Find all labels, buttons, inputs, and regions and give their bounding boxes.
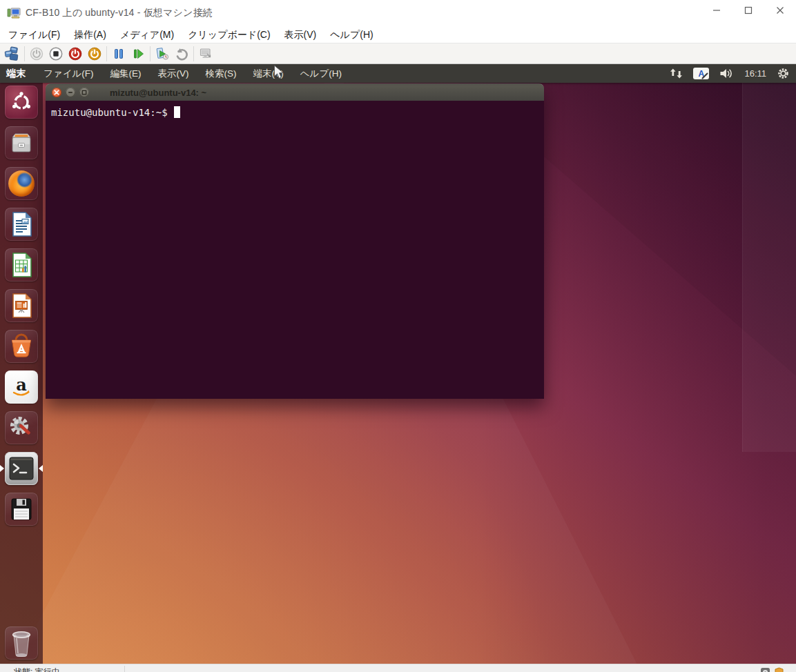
guest-menu-help[interactable]: ヘルプ(H) xyxy=(300,68,342,80)
network-indicator-icon[interactable] xyxy=(670,68,683,79)
launcher-item-firefox[interactable] xyxy=(5,167,38,200)
enhanced-session-button[interactable] xyxy=(196,45,215,63)
terminal-body[interactable]: mizutu@ubuntu-v14:~$ xyxy=(46,101,544,399)
start-vm-icon xyxy=(30,47,43,61)
clock[interactable]: 16:11 xyxy=(744,68,766,79)
guest-menu-file[interactable]: ファイル(F) xyxy=(43,68,94,80)
terminal-cursor xyxy=(174,106,180,118)
statusbar-icons xyxy=(760,667,784,672)
turn-off-vm-icon xyxy=(49,47,63,61)
maximize-button[interactable] xyxy=(732,0,764,21)
terminal-close-button[interactable] xyxy=(52,88,61,97)
checkpoint-button[interactable] xyxy=(153,45,172,63)
host-titlebar: CF-B10 上の ubunty-v14 - 仮想マシン接続 xyxy=(0,0,796,26)
host-menu-clipboard[interactable]: クリップボード(C) xyxy=(181,26,277,43)
resume-vm-button[interactable] xyxy=(128,45,148,63)
launcher-item-libreoffice-writer[interactable] xyxy=(5,208,38,241)
window-minimize-icon xyxy=(68,90,73,95)
unity-launcher: a xyxy=(0,83,43,664)
launcher-items: a xyxy=(0,83,43,526)
guest-menu-search[interactable]: 検索(S) xyxy=(206,68,237,80)
ubuntu-logo-icon xyxy=(10,90,33,114)
libreoffice-calc-icon xyxy=(8,251,35,279)
launcher-item-software-center[interactable] xyxy=(5,330,38,363)
pause-vm-button[interactable] xyxy=(109,45,128,63)
volume-indicator-icon[interactable] xyxy=(719,68,734,79)
vm-display[interactable]: 端末 ファイル(F) 編集(E) 表示(V) 検索(S) 端末(T) ヘルプ(H… xyxy=(0,64,796,664)
window-close-icon xyxy=(54,90,59,95)
launcher-item-floppy-disk[interactable] xyxy=(5,493,38,526)
running-app-arrow-icon xyxy=(39,465,43,472)
host-menu-view[interactable]: 表示(V) xyxy=(278,26,324,43)
minimize-icon xyxy=(712,6,721,14)
terminal-prompt-line: mizutu@ubuntu-v14:~$ xyxy=(51,106,544,118)
host-menu-file[interactable]: ファイル(F) xyxy=(1,26,67,43)
launcher-item-trash[interactable] xyxy=(5,626,38,660)
input-method-indicator[interactable]: A xyxy=(693,68,709,79)
guest-active-app-name: 端末 xyxy=(6,68,26,80)
close-button[interactable] xyxy=(764,0,796,21)
launcher-item-terminal[interactable] xyxy=(5,452,38,485)
terminal-maximize-button[interactable] xyxy=(79,88,89,97)
focused-app-arrow-icon xyxy=(0,465,4,472)
host-menu-media[interactable]: メディア(M) xyxy=(113,26,181,43)
host-menu-action[interactable]: 操作(A) xyxy=(67,26,113,43)
guest-global-menu: ファイル(F) 編集(E) 表示(V) 検索(S) 端末(T) ヘルプ(H) xyxy=(43,68,342,80)
launcher-item-amazon[interactable]: a xyxy=(5,370,38,404)
toolbar-separator xyxy=(193,46,194,61)
firefox-icon xyxy=(8,170,35,197)
amazon-icon: a xyxy=(8,374,35,400)
vm-status-text: 状態: 実行中 xyxy=(14,664,60,672)
toolbar-separator xyxy=(150,46,151,61)
launcher-item-system-settings[interactable] xyxy=(5,411,38,444)
mouse-cursor-icon xyxy=(273,65,284,80)
save-vm-icon xyxy=(88,47,101,61)
host-window-controls xyxy=(701,0,796,21)
pause-vm-icon xyxy=(112,47,126,61)
hyperv-app-icon xyxy=(7,7,21,19)
launcher-item-dash-home[interactable] xyxy=(5,86,38,119)
session-gear-icon[interactable] xyxy=(777,67,790,80)
host-toolbar xyxy=(0,43,796,64)
terminal-window-title: mizutu@ubuntu-v14: ~ xyxy=(110,88,206,98)
toolbar-separator xyxy=(24,46,25,61)
software-center-icon xyxy=(8,333,35,359)
guest-top-panel: 端末 ファイル(F) 編集(E) 表示(V) 検索(S) 端末(T) ヘルプ(H… xyxy=(0,64,796,83)
shut-down-vm-button[interactable] xyxy=(66,45,85,63)
terminal-prompt: mizutu@ubuntu-v14:~$ xyxy=(51,107,168,118)
statusbar-separator xyxy=(124,666,125,672)
revert-button[interactable] xyxy=(172,45,191,63)
close-icon xyxy=(776,6,784,14)
host-window-title: CF-B10 上の ubunty-v14 - 仮想マシン接続 xyxy=(26,7,213,19)
save-vm-button[interactable] xyxy=(85,45,104,63)
host-statusbar: 状態: 実行中 xyxy=(0,664,796,672)
wallpaper-facet xyxy=(742,64,796,452)
launcher-item-files[interactable] xyxy=(5,126,38,159)
minimize-button[interactable] xyxy=(701,0,732,21)
checkpoint-icon xyxy=(155,47,170,61)
shut-down-vm-icon xyxy=(68,47,82,61)
resume-vm-icon xyxy=(131,47,145,61)
start-vm-button[interactable] xyxy=(27,45,46,63)
guest-menu-view[interactable]: 表示(V) xyxy=(158,68,189,80)
libreoffice-impress-icon xyxy=(8,292,35,319)
turn-off-vm-button[interactable] xyxy=(46,45,66,63)
terminal-minimize-button[interactable] xyxy=(66,88,75,97)
launcher-item-libreoffice-impress[interactable] xyxy=(5,289,38,322)
ctrl-alt-del-icon xyxy=(4,46,21,61)
toolbar-separator xyxy=(106,46,107,61)
terminal-window[interactable]: mizutu@ubuntu-v14: ~ mizutu@ubuntu-v14:~… xyxy=(46,83,544,399)
launcher-item-libreoffice-calc[interactable] xyxy=(5,248,38,281)
guest-menu-edit[interactable]: 編集(E) xyxy=(110,68,142,80)
ctrl-alt-del-button[interactable] xyxy=(3,45,22,63)
system-settings-icon xyxy=(8,415,35,441)
revert-icon xyxy=(174,47,189,61)
host-menubar: ファイル(F) 操作(A) メディア(M) クリップボード(C) 表示(V) ヘ… xyxy=(0,26,796,43)
guest-indicators: A 16:11 xyxy=(670,67,790,80)
maximize-icon xyxy=(744,6,753,14)
statusbar-shield-icon xyxy=(775,667,784,672)
libreoffice-writer-icon xyxy=(8,210,35,238)
host-menu-help[interactable]: ヘルプ(H) xyxy=(323,26,380,43)
terminal-titlebar[interactable]: mizutu@ubuntu-v14: ~ xyxy=(46,83,544,101)
statusbar-disk-icon xyxy=(760,667,770,672)
